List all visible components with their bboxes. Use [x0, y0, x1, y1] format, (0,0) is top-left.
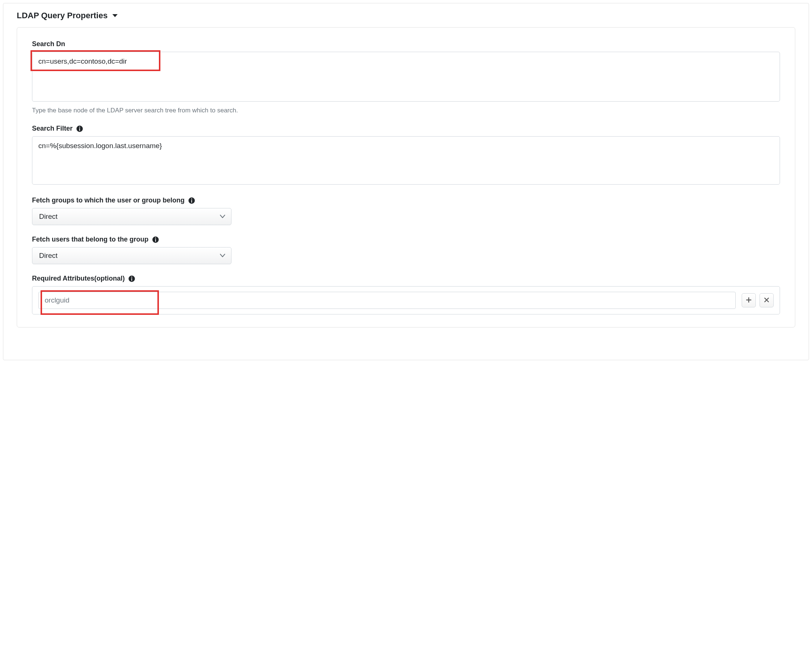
info-icon[interactable] [152, 236, 159, 243]
svg-point-11 [131, 276, 133, 278]
field-group-fetch-users: Fetch users that belong to the group Dir… [32, 235, 780, 264]
plus-icon [746, 297, 751, 304]
field-group-search-filter: Search Filter [32, 125, 780, 186]
svg-point-8 [155, 237, 156, 238]
svg-rect-1 [79, 128, 80, 131]
ldap-query-panel: LDAP Query Properties Search Dn Type the… [3, 3, 809, 360]
label-fetch-users: Fetch users that belong to the group [32, 235, 148, 243]
svg-rect-7 [155, 239, 156, 241]
label-search-filter: Search Filter [32, 125, 73, 133]
label-search-dn: Search Dn [32, 40, 780, 48]
required-attributes-input[interactable] [38, 292, 736, 309]
help-text-search-dn: Type the base node of the LDAP server se… [32, 107, 780, 114]
field-group-fetch-groups: Fetch groups to which the user or group … [32, 197, 780, 225]
add-attribute-button[interactable] [742, 293, 756, 307]
required-attributes-container [32, 286, 780, 315]
remove-attribute-button[interactable] [760, 293, 774, 307]
info-icon[interactable] [76, 125, 83, 132]
svg-rect-4 [191, 200, 192, 202]
label-fetch-groups: Fetch groups to which the user or group … [32, 197, 185, 204]
svg-point-5 [191, 199, 192, 200]
fetch-users-select[interactable]: Direct [32, 247, 232, 264]
ldap-query-inner-panel: Search Dn Type the base node of the LDAP… [17, 27, 795, 327]
svg-rect-10 [131, 278, 132, 281]
search-dn-input[interactable] [32, 52, 780, 102]
svg-point-2 [79, 127, 80, 128]
close-icon [764, 297, 769, 304]
section-title: LDAP Query Properties [17, 11, 108, 20]
section-header-ldap-query-properties[interactable]: LDAP Query Properties [17, 11, 795, 20]
field-group-search-dn: Search Dn Type the base node of the LDAP… [32, 40, 780, 114]
label-required-attributes: Required Attributes(optional) [32, 275, 125, 282]
search-filter-input[interactable] [32, 136, 780, 185]
caret-down-icon [112, 14, 118, 18]
fetch-groups-select[interactable]: Direct [32, 208, 232, 225]
field-group-required-attributes: Required Attributes(optional) [32, 275, 780, 315]
info-icon[interactable] [188, 197, 195, 204]
info-icon[interactable] [128, 275, 135, 282]
